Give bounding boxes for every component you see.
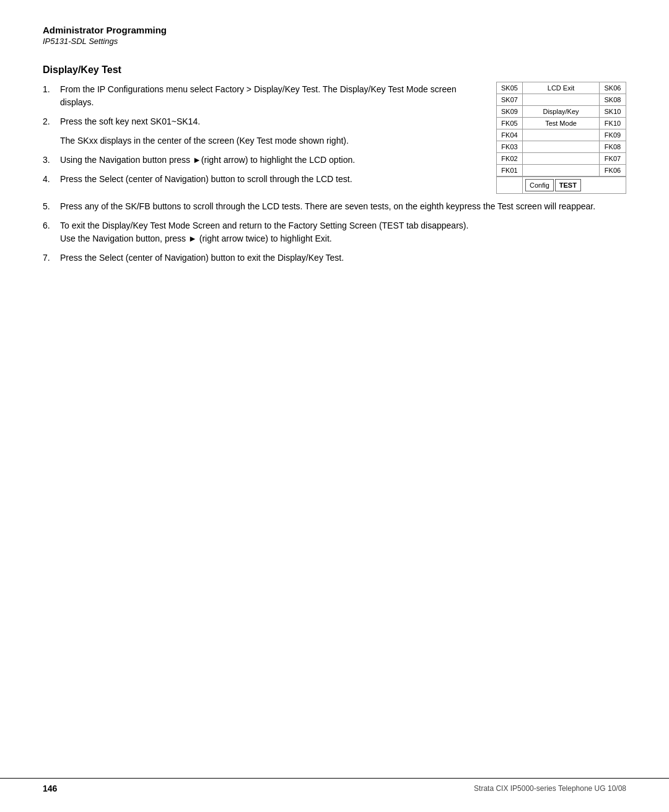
step-number: 4. xyxy=(43,173,60,186)
content-with-diagram: 1. From the IP Configurations menu selec… xyxy=(43,83,626,194)
diagram-tab-spacer xyxy=(497,177,523,193)
diagram-row: SK07 SK08 xyxy=(497,94,626,106)
diagram-cell-right: FK06 xyxy=(600,165,626,176)
diagram-cell-right: SK08 xyxy=(600,94,626,105)
diagram-cell-left: FK03 xyxy=(497,141,523,152)
sub-paragraph: The SKxx displays in the center of the s… xyxy=(60,134,490,147)
step-number: 7. xyxy=(43,251,60,264)
diagram-cell-left: FK05 xyxy=(497,118,523,129)
diagram-row: FK02 FK07 xyxy=(497,153,626,165)
footer-page-number: 146 xyxy=(43,784,57,793)
diagram-cell-center xyxy=(523,141,600,152)
list-item: 7. Press the Select (center of Navigatio… xyxy=(43,251,626,264)
diagram-row: SK09 Display/Key SK10 xyxy=(497,106,626,118)
diagram-cell-right: FK07 xyxy=(600,153,626,164)
step-text: Press any of the SK/FB buttons to scroll… xyxy=(60,200,626,213)
steps-list-mid: 3. Using the Navigation button press ►(r… xyxy=(43,154,490,186)
diagram-cell-center xyxy=(523,94,600,105)
step-text: Using the Navigation button press ►(righ… xyxy=(60,154,490,167)
steps-list-top: 1. From the IP Configurations menu selec… xyxy=(43,83,490,128)
list-item: 3. Using the Navigation button press ►(r… xyxy=(43,154,490,167)
diagram-cell-right: FK09 xyxy=(600,129,626,141)
diagram-tab-row: Config TEST xyxy=(497,177,626,193)
diagram-cell-center: Test Mode xyxy=(523,118,600,129)
list-item: 5. Press any of the SK/FB buttons to scr… xyxy=(43,200,626,213)
step-text: To exit the Display/Key Test Mode Screen… xyxy=(60,219,626,245)
step-text: From the IP Configurations menu select F… xyxy=(60,83,490,109)
diagram-cell-right: FK08 xyxy=(600,141,626,152)
list-item: 4. Press the Select (center of Navigatio… xyxy=(43,173,490,186)
step-number: 2. xyxy=(43,115,60,128)
phone-diagram: SK05 LCD Exit SK06 SK07 SK08 SK09 Displa… xyxy=(496,82,626,194)
diagram-cell-left: FK02 xyxy=(497,153,523,164)
diagram-cell-left: SK09 xyxy=(497,106,523,117)
steps-list-bottom: 5. Press any of the SK/FB buttons to scr… xyxy=(43,200,626,264)
diagram-cell-center xyxy=(523,165,600,176)
diagram-cell-right: FK10 xyxy=(600,118,626,129)
diagram-cell-center xyxy=(523,153,600,164)
diagram-cell-center xyxy=(523,129,600,141)
text-content-top: 1. From the IP Configurations menu selec… xyxy=(43,83,490,192)
tab-config: Config xyxy=(525,179,554,191)
footer-doc-info: Strata CIX IP5000-series Telephone UG 10… xyxy=(474,784,626,793)
diagram-row: FK01 FK06 xyxy=(497,165,626,177)
diagram-tabs: Config TEST xyxy=(523,177,600,193)
diagram-cell-left: SK05 xyxy=(497,82,523,94)
diagram-row: FK03 FK08 xyxy=(497,141,626,153)
step-number: 6. xyxy=(43,219,60,245)
header-section: Administrator Programming IP5131-SDL Set… xyxy=(0,0,669,46)
step-number: 1. xyxy=(43,83,60,109)
page-footer: 146 Strata CIX IP5000-series Telephone U… xyxy=(0,778,669,793)
diagram-row: FK05 Test Mode FK10 xyxy=(497,118,626,129)
header-subtitle: IP5131-SDL Settings xyxy=(43,37,626,46)
page-container: Administrator Programming IP5131-SDL Set… xyxy=(0,0,669,812)
diagram-row: SK05 LCD Exit SK06 xyxy=(497,82,626,94)
diagram-cell-left: FK04 xyxy=(497,129,523,141)
diagram-cell-left: SK07 xyxy=(497,94,523,105)
tab-test: TEST xyxy=(555,179,581,191)
step-text: Press the Select (center of Navigation) … xyxy=(60,173,490,186)
step-number: 5. xyxy=(43,200,60,213)
diagram-cell-right: SK06 xyxy=(600,82,626,94)
list-item: 6. To exit the Display/Key Test Mode Scr… xyxy=(43,219,626,245)
diagram-cell-right: SK10 xyxy=(600,106,626,117)
diagram-cell-center: LCD Exit xyxy=(523,82,600,94)
section-title: Display/Key Test xyxy=(43,64,626,76)
list-item: 1. From the IP Configurations menu selec… xyxy=(43,83,490,109)
list-item: 2. Press the soft key next SK01~SK14. xyxy=(43,115,490,128)
step-number: 3. xyxy=(43,154,60,167)
diagram-row: FK04 FK09 xyxy=(497,129,626,141)
header-title: Administrator Programming xyxy=(43,25,626,35)
step-text: Press the soft key next SK01~SK14. xyxy=(60,115,490,128)
step-text: Press the Select (center of Navigation) … xyxy=(60,251,626,264)
main-content: Display/Key Test 1. From the IP Configur… xyxy=(0,46,669,264)
diagram-cell-left: FK01 xyxy=(497,165,523,176)
diagram-tab-right xyxy=(600,177,626,193)
diagram-cell-center: Display/Key xyxy=(523,106,600,117)
